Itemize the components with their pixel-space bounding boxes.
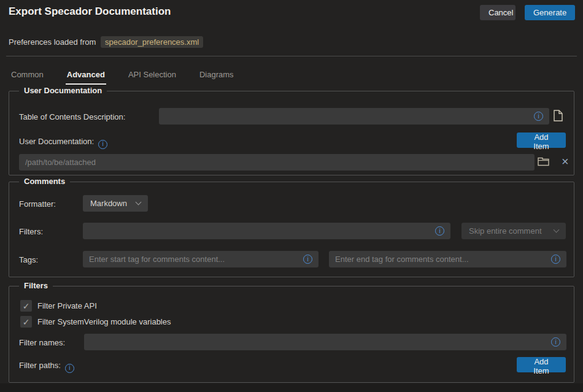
end-tag-info-icon[interactable] — [551, 255, 560, 264]
formatter-value: Markdown — [90, 199, 127, 208]
filter-paths-label: Filter paths: — [19, 361, 74, 371]
filter-action-dropdown[interactable]: Skip entire comment — [461, 223, 566, 239]
filters-legend: Filters — [19, 281, 53, 290]
chevron-down-icon — [554, 227, 560, 233]
tab-diagrams[interactable]: Diagrams — [198, 69, 235, 85]
filter-names-label: Filter names: — [19, 338, 65, 347]
folder-icon — [538, 157, 549, 166]
toc-file-button[interactable] — [554, 110, 563, 123]
tab-bar: Common Advanced API Selection Diagrams — [10, 69, 235, 85]
filter-names-input-wrap — [84, 334, 566, 350]
cancel-button[interactable]: Cancel — [480, 5, 515, 20]
user-doc-path-input-wrap — [19, 154, 535, 171]
filter-paths-label-text: Filter paths: — [19, 361, 61, 370]
filter-names-input[interactable] — [90, 337, 551, 347]
comments-section: Comments Formatter: Markdown Filters: Sk… — [9, 182, 574, 277]
start-tag-input[interactable] — [89, 255, 303, 264]
comments-legend: Comments — [19, 177, 70, 186]
filter-private-api-label: Filter Private API — [37, 301, 97, 310]
tab-api-selection[interactable]: API Selection — [127, 69, 177, 85]
preferences-status: Preferences loaded from specador_prefere… — [9, 37, 203, 47]
comment-filters-label: Filters: — [19, 227, 43, 236]
tab-common[interactable]: Common — [10, 69, 45, 85]
user-documentation-section: User Documentation Table of Contents Des… — [9, 91, 574, 175]
filter-paths-add-item-button[interactable]: Add Item — [517, 357, 566, 372]
user-doc-label-text: User Documentation: — [19, 137, 94, 146]
generate-button[interactable]: Generate — [525, 5, 575, 20]
filter-action-value: Skip entire comment — [469, 226, 542, 236]
file-icon — [554, 110, 563, 121]
start-tag-input-wrap — [83, 251, 319, 267]
toc-info-icon[interactable] — [534, 112, 543, 121]
start-tag-info-icon[interactable] — [303, 255, 312, 264]
filter-sv-module-vars-label: Filter SystemVerilog module variables — [37, 317, 171, 326]
tags-label: Tags: — [19, 255, 38, 264]
filter-private-api-checkbox[interactable] — [20, 300, 32, 312]
toc-description-input-wrap — [159, 108, 549, 125]
comment-filters-input-wrap — [83, 223, 450, 239]
user-doc-path-input[interactable] — [25, 158, 528, 167]
close-icon: × — [562, 155, 569, 168]
dialog-title: Export Specador Documentation — [9, 6, 171, 18]
user-doc-add-item-button[interactable]: Add Item — [517, 133, 566, 148]
comment-filters-info-icon[interactable] — [435, 226, 444, 236]
filters-section: Filters Filter Private API Filter System… — [9, 286, 574, 383]
user-doc-label: User Documentation: — [19, 137, 107, 147]
remove-item-button[interactable]: × — [562, 155, 569, 167]
filter-names-info-icon[interactable] — [551, 337, 560, 347]
user-doc-info-icon[interactable] — [98, 140, 107, 149]
formatter-label: Formatter: — [19, 199, 56, 209]
user-documentation-legend: User Documentation — [19, 86, 107, 95]
comment-filters-input[interactable] — [89, 226, 435, 236]
end-tag-input[interactable] — [335, 255, 551, 264]
chevron-down-icon — [136, 199, 142, 206]
filter-sv-module-vars-checkbox[interactable] — [20, 316, 32, 328]
end-tag-input-wrap — [329, 251, 566, 267]
header-divider — [6, 56, 577, 56]
filter-paths-info-icon[interactable] — [65, 364, 74, 373]
preferences-file-chip: specador_preferences.xml — [101, 36, 203, 48]
toc-description-label: Table of Contents Description: — [19, 112, 125, 121]
browse-folder-button[interactable] — [538, 157, 549, 168]
preferences-status-text: Preferences loaded from — [9, 37, 96, 47]
toc-description-input[interactable] — [165, 112, 534, 121]
formatter-dropdown[interactable]: Markdown — [83, 195, 148, 212]
export-specador-dialog: Export Specador Documentation Cancel Gen… — [0, 0, 583, 392]
dialog-bottom-edge — [0, 383, 583, 392]
tab-advanced[interactable]: Advanced — [66, 69, 106, 85]
